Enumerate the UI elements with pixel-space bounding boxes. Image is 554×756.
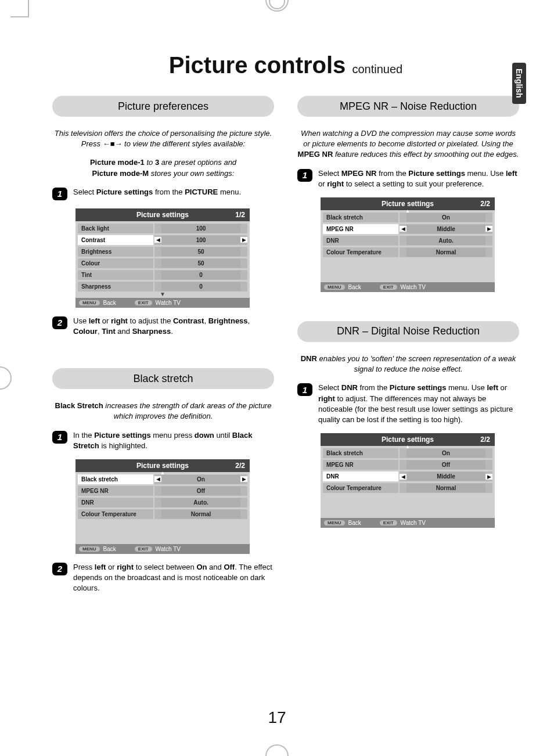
menu-button-icon: MENU [324,520,345,525]
osd-picture-settings-1: Picture settings 1/2 Back light◀100▶Cont… [75,208,250,308]
page-title-main: Picture controls [169,52,346,78]
osd-picture-settings-2: Picture settings 2/2 ▲ Black stretch◀On▶… [75,459,250,554]
osd-row-value: On [161,475,240,484]
osd-row: Back light◀100▶ [78,224,247,233]
osd-row-value-wrap: ◀50▶ [154,258,247,268]
intro-text: DNR enables you to 'soften' the screen r… [297,354,519,375]
osd-row-label: Colour [78,258,153,268]
osd-back: Back [348,284,361,290]
osd-watch-tv: Watch TV [156,546,181,552]
osd-row: DNR◀Auto.▶ [323,236,492,246]
osd-row-label: Colour Temperature [78,509,153,519]
osd-row-value-wrap: ◀100▶ [154,235,247,245]
osd-watch-tv: Watch TV [156,300,181,306]
osd-row-value: Auto. [406,236,485,245]
osd-row: Black stretch◀On▶ [323,213,492,222]
step-number-icon: 1 [297,169,312,182]
osd-row-value-wrap: ◀On▶ [154,474,247,484]
osd-row-label: Tint [78,270,153,280]
arrow-left-icon: ◀ [400,226,406,232]
step-1: 1 In the Picture settings menu press dow… [52,430,274,451]
exit-button-icon: EXIT [135,546,152,552]
section-mpeg-nr: MPEG NR – Noise Reduction [297,96,519,117]
step-text: Select MPEG NR from the Picture settings… [318,168,519,189]
osd-row-label: MPEG NR [323,224,398,234]
osd-row-value: 0 [161,282,240,291]
page-title-sub: continued [352,63,402,75]
left-column: Picture preferences This television offe… [52,96,274,602]
osd-row-value: Normal [406,248,485,257]
osd-row: DNR◀Auto.▶ [78,498,247,507]
osd-row-value-wrap: ◀100▶ [154,224,247,233]
osd-row-value-wrap: ◀0▶ [154,270,247,280]
step-text: Select Picture settings from the PICTURE… [73,187,241,197]
arrow-left-icon: ◀ [154,237,161,243]
step-1: 1 Select MPEG NR from the Picture settin… [297,168,519,189]
menu-button-icon: MENU [79,300,100,305]
osd-row-value-wrap: ◀0▶ [154,282,247,291]
osd-row: Colour Temperature◀Normal▶ [78,509,247,519]
osd-row: Contrast◀100▶ [78,235,247,245]
step-text: In the Picture settings menu press down … [73,430,274,451]
osd-row-label: Back light [78,224,153,233]
osd-row: MPEG NR◀Off▶ [323,460,492,470]
osd-title: Picture settings 2/2 ▲ [75,459,250,472]
osd-footer: MENU Back EXIT Watch TV [75,544,250,554]
section-dnr: DNR – Digital Noise Reduction [297,321,519,342]
crop-mark [28,0,29,17]
step-number-icon: 2 [52,316,67,329]
osd-row: Colour Temperature◀Normal▶ [323,483,492,493]
osd-row-value: On [406,449,485,458]
osd-row-value: Off [161,487,240,495]
osd-page: 2/2 [235,462,245,470]
osd-row: Tint◀0▶ [78,270,247,280]
osd-picture-settings-4: Picture settings 2/2 ▲ Black stretch◀On▶… [321,433,495,528]
osd-row-value-wrap: ◀Normal▶ [400,247,492,257]
osd-row-value: 50 [161,259,240,268]
exit-button-icon: EXIT [380,285,397,290]
crop-mark [0,366,12,390]
osd-row: MPEG NR◀Off▶ [78,486,247,496]
osd-row-value: Normal [406,484,485,492]
osd-row-value: Normal [161,510,240,519]
osd-row-value-wrap: ◀Middle▶ [400,471,492,481]
osd-row-label: Sharpness [78,282,153,291]
menu-button-icon: MENU [324,285,345,290]
osd-row-label: Black stretch [323,213,398,222]
crop-mark [265,744,289,756]
osd-row-value: 100 [161,236,240,244]
osd-footer: MENU Back EXIT Watch TV [321,518,495,528]
osd-back: Back [103,300,116,306]
osd-title: Picture settings 2/2 ▲ [321,197,495,210]
osd-row-label: MPEG NR [323,460,398,470]
step-2: 2 Use left or right to adjust the Contra… [52,316,274,337]
osd-page: 1/2 [235,211,245,219]
osd-row-label: Colour Temperature [323,247,398,257]
osd-title: Picture settings 2/2 ▲ [321,433,495,446]
arrow-right-icon: ▶ [240,237,247,243]
arrow-right-icon: ▶ [485,474,492,480]
osd-row-label: DNR [323,471,398,481]
osd-row-value: On [406,213,485,222]
exit-button-icon: EXIT [135,300,152,305]
osd-row-label: Contrast [78,235,153,245]
osd-row-value-wrap: ◀Normal▶ [154,509,247,519]
osd-row-label: Black stretch [78,474,153,484]
section-black-stretch: Black stretch [52,368,274,389]
intro-text: This television offers the choice of per… [52,128,274,149]
osd-row: Colour Temperature◀Normal▶ [323,247,492,257]
arrow-right-icon: ▶ [485,226,492,232]
osd-row-value: Off [406,460,485,469]
arrow-right-icon: ▶ [240,476,247,482]
osd-page: 2/2 [480,435,490,444]
step-1: 1 Select Picture settings from the PICTU… [52,187,274,200]
osd-title: Picture settings 1/2 [75,208,250,221]
intro-text: When watching a DVD the compression may … [297,128,519,160]
osd-row: Black stretch◀On▶ [323,448,492,458]
exit-button-icon: EXIT [380,520,397,525]
osd-row: DNR◀Middle▶ [323,471,492,481]
step-number-icon: 1 [52,188,67,200]
osd-picture-settings-3: Picture settings 2/2 ▲ Black stretch◀On▶… [321,197,495,292]
language-tab: English [512,63,526,104]
osd-page: 2/2 [480,200,490,208]
